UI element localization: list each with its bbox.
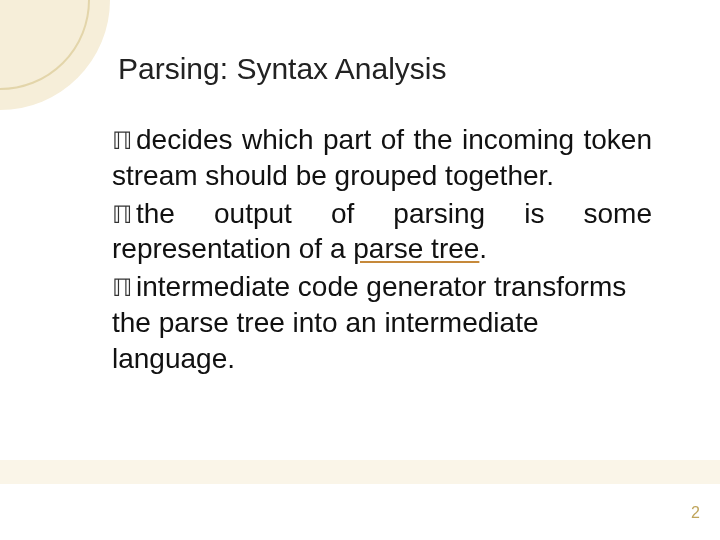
page-number: 2 bbox=[691, 504, 700, 522]
content-area: Parsing: Syntax Analysis ℿdecides which … bbox=[0, 0, 720, 377]
bullet-rest: . bbox=[479, 233, 487, 264]
bullet-list: ℿdecides which part of the incoming toke… bbox=[112, 122, 652, 377]
bullet-glyph-icon: ℿ bbox=[112, 126, 136, 157]
bottom-accent-band bbox=[0, 460, 720, 484]
bullet-lead: intermediate bbox=[136, 271, 290, 302]
bullet-emphasis: parse tree bbox=[353, 233, 479, 264]
bullet-glyph-icon: ℿ bbox=[112, 200, 136, 231]
bullet-lead: decides bbox=[136, 124, 233, 155]
bullet-item: ℿthe output of parsing is some represent… bbox=[112, 196, 652, 268]
bullet-lead: the bbox=[136, 198, 175, 229]
bullet-text: decides which part of the incoming token… bbox=[112, 124, 652, 191]
bullet-glyph-icon: ℿ bbox=[112, 273, 136, 304]
bullet-item: ℿintermediate code generator transforms … bbox=[112, 269, 652, 376]
bullet-text: the output of parsing is some representa… bbox=[112, 198, 652, 265]
slide: Parsing: Syntax Analysis ℿdecides which … bbox=[0, 0, 720, 540]
slide-title: Parsing: Syntax Analysis bbox=[118, 52, 642, 86]
bullet-item: ℿdecides which part of the incoming toke… bbox=[112, 122, 652, 194]
bullet-text: intermediate code generator transforms t… bbox=[112, 271, 626, 374]
